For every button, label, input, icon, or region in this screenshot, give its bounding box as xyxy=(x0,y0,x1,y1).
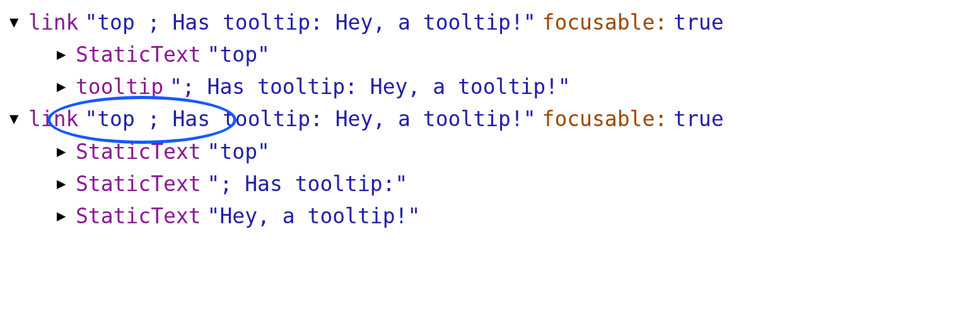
ax-value: "; Has tooltip:" xyxy=(207,168,408,200)
ax-value: "top ; Has tooltip: Hey, a tooltip!" xyxy=(85,6,535,38)
disclosure-triangle-icon[interactable] xyxy=(57,172,76,196)
disclosure-triangle-icon[interactable] xyxy=(57,204,76,228)
ax-attr-name: focusable xyxy=(542,6,655,38)
ax-role: tooltip xyxy=(76,71,163,103)
ax-attr-value: true xyxy=(674,103,723,135)
ax-role: StaticText xyxy=(76,168,201,200)
ax-value: "top" xyxy=(207,38,270,71)
ax-attr-value: true xyxy=(674,6,723,38)
tree-row[interactable]: link "top ; Has tooltip: Hey, a tooltip!… xyxy=(0,6,980,38)
tree-row[interactable]: tooltip "; Has tooltip: Hey, a tooltip!" xyxy=(0,71,980,103)
ax-value: "Hey, a tooltip!" xyxy=(207,200,421,232)
ax-role: link xyxy=(28,103,78,135)
accessibility-tree: link "top ; Has tooltip: Hey, a tooltip!… xyxy=(0,6,980,232)
tree-row[interactable]: StaticText "top" xyxy=(0,38,980,71)
disclosure-triangle-icon[interactable] xyxy=(57,140,76,163)
ax-role: link xyxy=(28,6,78,38)
ax-role: StaticText xyxy=(76,136,201,168)
ax-attr-colon: : xyxy=(655,6,667,38)
ax-value: "top ; Has tooltip: Hey, a tooltip!" xyxy=(85,103,535,135)
tree-row[interactable]: link "top ; Has tooltip: Hey, a tooltip!… xyxy=(0,103,980,135)
ax-value: "; Has tooltip: Hey, a tooltip!" xyxy=(170,71,571,103)
disclosure-triangle-icon[interactable] xyxy=(9,11,28,34)
ax-role: StaticText xyxy=(76,38,201,71)
tree-row[interactable]: StaticText "Hey, a tooltip!" xyxy=(0,200,980,232)
disclosure-triangle-icon[interactable] xyxy=(9,107,28,131)
disclosure-triangle-icon[interactable] xyxy=(57,43,76,66)
tree-row[interactable]: StaticText "top" xyxy=(0,136,980,168)
ax-attr-colon: : xyxy=(655,103,667,135)
ax-attr-name: focusable xyxy=(542,103,655,135)
disclosure-triangle-icon[interactable] xyxy=(57,75,76,98)
ax-value: "top" xyxy=(207,136,270,168)
ax-role: StaticText xyxy=(76,200,201,232)
tree-row[interactable]: StaticText "; Has tooltip:" xyxy=(0,168,980,200)
